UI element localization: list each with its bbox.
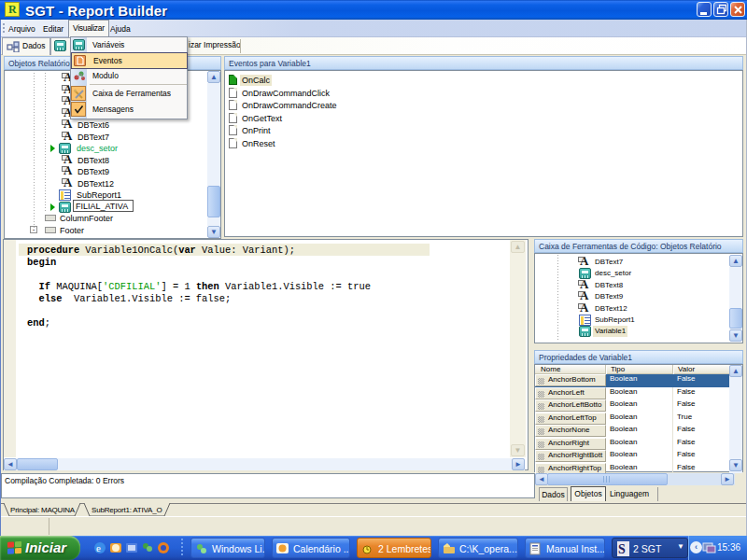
svg-text:e: e bbox=[96, 542, 101, 553]
svg-text:S: S bbox=[618, 542, 626, 556]
